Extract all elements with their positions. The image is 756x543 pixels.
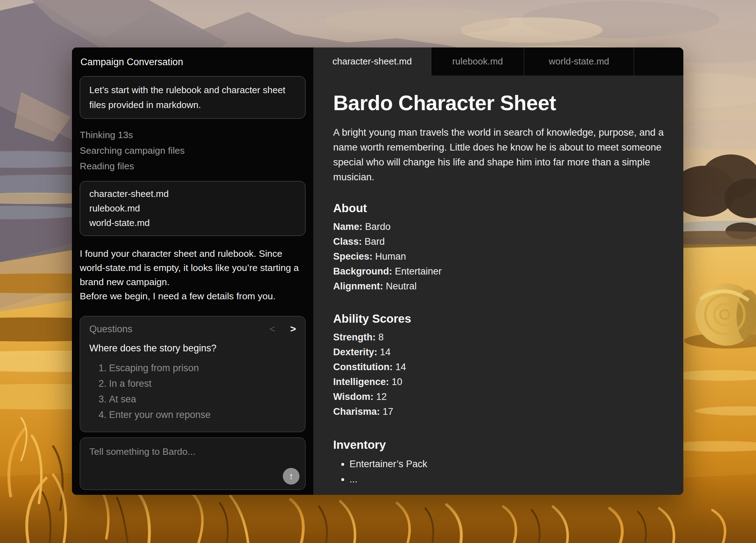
markdown-document: Bardo Character Sheet A bright young man… — [313, 75, 683, 495]
field-charisma: Charisma: 17 — [333, 404, 669, 419]
editor-panel: character-sheet.md rulebook.md world-sta… — [313, 47, 683, 495]
option-number: 1. — [99, 360, 107, 376]
file-item: character-sheet.md — [89, 187, 296, 201]
field-wisdom: Wisdom: 12 — [333, 389, 669, 404]
field-alignment: Alignment: Neutral — [333, 279, 669, 294]
tab-world-state[interactable]: world-state.md — [524, 47, 634, 75]
question-option-4[interactable]: 4. Enter your own reponse — [89, 407, 296, 423]
questions-card: Questions < > Where does the story begin… — [80, 316, 306, 432]
document-title: Bardo Character Sheet — [333, 91, 669, 115]
question-text: Where does the story begins? — [89, 342, 296, 355]
file-list-card: character-sheet.md rulebook.md world-sta… — [80, 181, 306, 236]
field-class: Class: Bard — [333, 234, 669, 249]
questions-card-title: Questions — [89, 324, 133, 335]
user-message-bubble: Let’s start with the rulebook and charac… — [80, 76, 306, 119]
status-searching: Searching campaign files — [80, 143, 306, 158]
about-fields: Name: Bardo Class: Bard Species: Human B… — [333, 219, 669, 294]
option-number: 3. — [99, 391, 107, 407]
field-intelligence: Intelligence: 10 — [333, 374, 669, 389]
question-options: 1. Escaping from prison 2. In a forest 3… — [89, 360, 296, 423]
chevron-right-icon[interactable]: > — [290, 323, 296, 335]
tab-label: world-state.md — [549, 56, 609, 67]
section-heading-abilities: Ability Scores — [333, 312, 669, 326]
option-label: Escaping from prison — [109, 360, 199, 376]
assistant-message-paragraph: I found your character sheet and ruleboo… — [80, 247, 306, 289]
user-message-text: Let’s start with the rulebook and charac… — [89, 85, 285, 110]
field-background: Background: Entertainer — [333, 264, 669, 279]
status-reading: Reading files — [80, 158, 306, 174]
option-label: At sea — [109, 391, 136, 407]
file-item: world-state.md — [89, 216, 296, 230]
file-item: rulebook.md — [89, 201, 296, 216]
section-heading-about: About — [333, 202, 669, 215]
question-option-2[interactable]: 2. In a forest — [89, 376, 296, 391]
field-name: Name: Bardo — [333, 219, 669, 234]
option-number: 4. — [99, 407, 107, 423]
field-dexterity: Dexterity: 14 — [333, 345, 669, 360]
tab-label: character-sheet.md — [332, 56, 412, 67]
chat-panel-title: Campaign Conversation — [80, 57, 305, 68]
field-constitution: Constitution: 14 — [333, 360, 669, 374]
editor-tabbar: character-sheet.md rulebook.md world-sta… — [313, 47, 683, 75]
app-window: Campaign Conversation Let’s start with t… — [72, 47, 683, 495]
send-button[interactable]: ↑ — [283, 468, 299, 485]
inventory-list: Entertainer’s Pack ... — [333, 457, 669, 487]
document-intro: A bright young man travels the world in … — [333, 125, 669, 185]
status-thinking: Thinking 13s — [80, 127, 306, 143]
inventory-item: ... — [349, 472, 669, 487]
option-label: Enter your own reponse — [109, 407, 211, 423]
tab-label: rulebook.md — [452, 56, 503, 67]
question-option-1[interactable]: 1. Escaping from prison — [89, 360, 296, 376]
assistant-message-paragraph: Before we begin, I need a few details fr… — [80, 289, 306, 303]
section-heading-inventory: Inventory — [333, 438, 669, 452]
arrow-up-icon: ↑ — [289, 471, 294, 481]
chevron-left-icon[interactable]: < — [269, 323, 275, 335]
field-species: Species: Human — [333, 249, 669, 264]
option-label: In a forest — [109, 376, 152, 391]
tab-rulebook[interactable]: rulebook.md — [431, 47, 524, 75]
agent-status-list: Thinking 13s Searching campaign files Re… — [80, 127, 306, 174]
option-number: 2. — [99, 376, 107, 391]
assistant-message: I found your character sheet and ruleboo… — [80, 247, 306, 303]
chat-input-container: ↑ — [80, 437, 306, 490]
tab-character-sheet[interactable]: character-sheet.md — [313, 47, 431, 75]
chat-panel: Campaign Conversation Let’s start with t… — [72, 47, 313, 495]
chat-input[interactable] — [80, 438, 305, 490]
inventory-item: Entertainer’s Pack — [349, 457, 669, 472]
field-strength: Strength: 8 — [333, 330, 669, 345]
question-option-3[interactable]: 3. At sea — [89, 391, 296, 407]
ability-fields: Strength: 8 Dexterity: 14 Constitution: … — [333, 330, 669, 419]
